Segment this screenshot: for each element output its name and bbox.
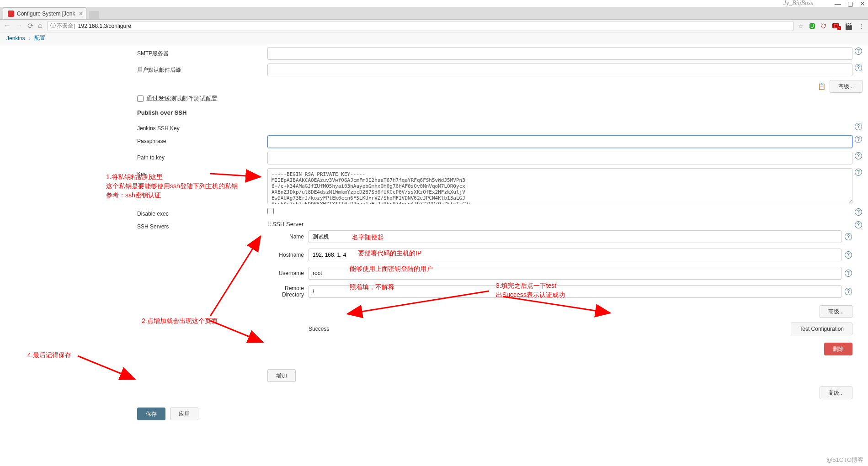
url-input[interactable]: ⓘ 不安全 | 192.168.1.3/configure — [47, 21, 793, 31]
help-icon[interactable] — [854, 152, 863, 160]
new-tab-button[interactable] — [89, 11, 99, 19]
insecure-warning: ⓘ 不安全 | — [50, 22, 75, 30]
ssh-hostname-input[interactable] — [309, 249, 841, 261]
help-icon[interactable] — [854, 122, 863, 131]
tab-title: Configure System [Jenk — [17, 11, 75, 17]
page-content: SMTP服务器 用户默认邮件后缀 📋 高级... 通过发送测试邮件测试配置 Pu… — [0, 44, 868, 448]
passphrase-label: Passphrase — [137, 135, 267, 144]
ssh-username-label: Username — [267, 270, 309, 276]
success-status: Success — [309, 326, 791, 332]
ssh-hostname-label: Hostname — [267, 252, 309, 258]
favicon-icon — [8, 11, 14, 17]
ublock-origin-icon[interactable]: 🛡 — [820, 22, 827, 30]
mail-suffix-label: 用户默认邮件后缀 — [137, 64, 267, 74]
nav-back-icon[interactable]: ← — [4, 21, 11, 30]
help-icon[interactable] — [854, 64, 863, 72]
browser-menu-icon[interactable]: ⋮ — [858, 22, 864, 30]
help-icon[interactable] — [854, 47, 863, 55]
breadcrumb: Jenkins › 配置 — [0, 32, 868, 44]
advanced-button[interactable]: 高级... — [830, 80, 863, 93]
help-icon[interactable] — [854, 135, 863, 143]
window-min-button[interactable]: — — [835, 0, 841, 7]
key-textarea[interactable]: -----BEGIN RSA PRIVATE KEY----- MIIEpAIB… — [267, 168, 852, 204]
extension-icons: ☆ U 🛡 ⬚1 🎬 ⋮ — [798, 22, 864, 30]
window-max-button[interactable]: ▢ — [847, 0, 853, 7]
ssh-advanced-button[interactable]: 高级... — [820, 305, 852, 318]
ssh-servers-label: SSH Servers — [137, 221, 267, 230]
browser-address-bar: ← → ⟳ ⌂ ⓘ 不安全 | 192.168.1.3/configure ☆ … — [0, 20, 868, 32]
clipboard-icon[interactable]: 📋 — [818, 82, 826, 90]
delete-ssh-server-button[interactable]: 删除 — [824, 343, 852, 355]
test-configuration-button[interactable]: Test Configuration — [791, 323, 852, 335]
nav-home-icon[interactable]: ⌂ — [38, 21, 43, 30]
red-extension-icon[interactable]: ⬚1 — [832, 23, 839, 28]
help-icon[interactable] — [854, 221, 863, 229]
test-email-label: 通过发送测试邮件测试配置 — [146, 95, 218, 103]
ssh-name-input[interactable] — [309, 230, 841, 243]
drag-handle-icon[interactable]: ⠿ — [267, 221, 271, 228]
svg-line-4 — [78, 356, 135, 379]
smtp-input[interactable] — [267, 47, 852, 60]
breadcrumb-sep: › — [29, 35, 31, 42]
ssh-remote-dir-label: Remote Directory — [267, 285, 309, 298]
help-icon[interactable] — [854, 208, 863, 216]
key-label: Key — [137, 168, 267, 177]
disable-exec-checkbox[interactable] — [267, 208, 274, 214]
black-extension-icon[interactable]: 🎬 — [845, 22, 852, 30]
url-text: 192.168.1.3/configure — [78, 23, 131, 29]
ssh-username-input[interactable] — [309, 267, 841, 280]
path-to-key-input[interactable] — [267, 152, 852, 164]
window-user-label: Jy_BigBoss — [783, 0, 813, 7]
bookmark-star-icon[interactable]: ☆ — [798, 22, 804, 30]
ssh-name-label: Name — [267, 233, 309, 240]
ublock-green-icon[interactable]: U — [809, 23, 815, 29]
browser-tab-bar: Configure System [Jenk ✕ — [0, 7, 868, 20]
breadcrumb-jenkins[interactable]: Jenkins — [6, 35, 25, 42]
window-title-bar: Jy_BigBoss — ▢ ✕ — [0, 0, 868, 7]
info-icon: ⓘ — [50, 22, 56, 30]
ssh-server-heading: SSH Server — [272, 221, 304, 228]
window-close-button[interactable]: ✕ — [860, 0, 865, 7]
nav-forward-icon[interactable]: → — [16, 21, 23, 30]
ssh-remote-dir-input[interactable] — [309, 285, 841, 298]
jenkins-ssh-key-label: Jenkins SSH Key — [137, 122, 267, 132]
help-icon[interactable] — [844, 287, 852, 296]
add-ssh-server-button[interactable]: 增加 — [267, 369, 296, 382]
annotation-4: 4.最后记得保存 — [27, 350, 71, 360]
smtp-label: SMTP服务器 — [137, 47, 267, 58]
help-icon[interactable] — [854, 168, 863, 176]
ssh-servers-advanced-button[interactable]: 高级... — [820, 387, 852, 399]
disable-exec-label: Disable exec — [137, 208, 267, 217]
breadcrumb-config[interactable]: 配置 — [34, 34, 45, 42]
tab-close-icon[interactable]: ✕ — [79, 11, 83, 17]
mail-suffix-input[interactable] — [267, 64, 852, 76]
help-icon[interactable] — [844, 251, 852, 259]
help-icon[interactable] — [844, 269, 852, 277]
apply-button[interactable]: 应用 — [170, 408, 198, 420]
nav-reload-icon[interactable]: ⟳ — [27, 21, 33, 30]
path-to-key-label: Path to key — [137, 152, 267, 161]
browser-tab[interactable]: Configure System [Jenk ✕ — [3, 7, 86, 19]
save-button[interactable]: 保存 — [137, 408, 165, 420]
passphrase-input[interactable] — [267, 135, 852, 148]
publish-over-ssh-heading: Publish over SSH — [137, 109, 186, 116]
test-email-checkbox[interactable] — [137, 95, 144, 102]
help-icon[interactable] — [844, 233, 852, 241]
